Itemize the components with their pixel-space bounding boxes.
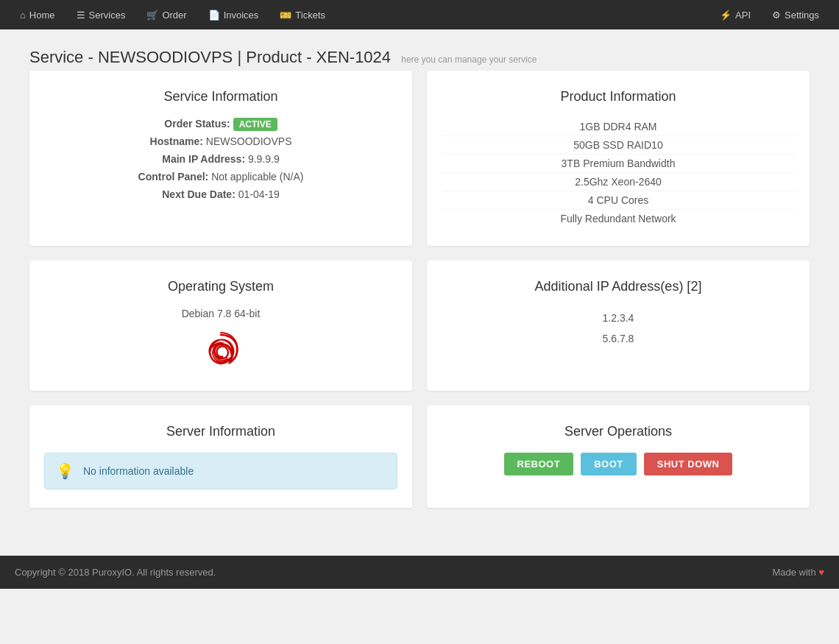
nav-invoices[interactable]: 📄 Invoices xyxy=(199,6,268,24)
next-due-value: 01-04-19 xyxy=(238,188,280,200)
order-status-label: Order Status: xyxy=(164,118,230,130)
product-list-item: 50GB SSD RAID10 xyxy=(442,136,795,155)
product-list-item: 3TB Premium Bandwidth xyxy=(442,155,795,173)
debian-logo xyxy=(44,328,397,372)
additional-ips-card: Additional IP Address(es) [2] 1.2.3.45.6… xyxy=(427,261,810,391)
page-title: Service - NEWSOODIOVPS | Product - XEN-1… xyxy=(29,48,810,67)
main-ip-row: Main IP Address: 9.9.9.9 xyxy=(44,153,397,165)
footer: Copyright © 2018 PuroxyIO. All rights re… xyxy=(0,556,839,589)
main-ip-value: 9.9.9.9 xyxy=(248,153,280,165)
navbar: ⌂ Home ☰ Services 🛒 Order 📄 Invoices 🎫 T… xyxy=(0,0,839,29)
main-ip-label: Main IP Address: xyxy=(162,153,245,165)
nav-api-label: API xyxy=(735,10,751,21)
ops-buttons: REBOOT BOOT SHUT DOWN xyxy=(442,453,795,475)
home-icon: ⌂ xyxy=(20,10,26,21)
reboot-button[interactable]: REBOOT xyxy=(504,453,574,475)
top-grid: Service Information Order Status: ACTIVE… xyxy=(29,71,810,246)
os-name: Debian 7.8 64-bit xyxy=(44,308,397,319)
hostname-row: Hostname: NEWSOODIOVPS xyxy=(44,135,397,147)
product-list: 1GB DDR4 RAM50GB SSD RAID103TB Premium B… xyxy=(442,118,795,227)
hostname-value: NEWSOODIOVPS xyxy=(206,135,292,147)
page-subtitle: here you can manage your service xyxy=(401,54,537,65)
nav-order-label: Order xyxy=(162,10,186,21)
shutdown-button[interactable]: SHUT DOWN xyxy=(644,453,733,475)
control-panel-row: Control Panel: Not applicable (N/A) xyxy=(44,171,397,183)
nav-services-label: Services xyxy=(89,10,126,21)
server-info-card: Server Information 💡 No information avai… xyxy=(29,406,412,508)
debian-swirl-icon xyxy=(199,328,243,372)
additional-ips-title: Additional IP Address(es) [2] xyxy=(442,279,795,294)
ip-list-item: 1.2.3.4 xyxy=(442,308,795,328)
product-info-title: Product Information xyxy=(442,89,795,105)
nav-api[interactable]: ⚡ API xyxy=(711,6,760,24)
heart-icon: ♥ xyxy=(818,567,824,578)
copyright-text: Copyright © 2018 PuroxyIO. All rights re… xyxy=(15,567,216,578)
ticket-icon: 🎫 xyxy=(280,10,291,21)
gear-icon: ⚙ xyxy=(772,10,781,21)
next-due-row: Next Due Date: 01-04-19 xyxy=(44,188,397,200)
order-status-badge: ACTIVE xyxy=(233,118,277,131)
page-content: Service - NEWSOODIOVPS | Product - XEN-1… xyxy=(15,29,824,541)
ip-list-item: 5.6.7.8 xyxy=(442,328,795,349)
nav-order[interactable]: 🛒 Order xyxy=(138,6,195,24)
ip-list: 1.2.3.45.6.7.8 xyxy=(442,308,795,349)
control-panel-value: Not applicable (N/A) xyxy=(211,171,303,183)
nav-services[interactable]: ☰ Services xyxy=(68,6,135,24)
nav-settings-label: Settings xyxy=(785,10,819,21)
bottom-grid: Server Information 💡 No information avai… xyxy=(29,406,810,508)
file-icon: 📄 xyxy=(208,10,220,21)
api-icon: ⚡ xyxy=(720,10,732,21)
order-status-row: Order Status: ACTIVE xyxy=(44,118,397,130)
navbar-left: ⌂ Home ☰ Services 🛒 Order 📄 Invoices 🎫 T… xyxy=(11,6,334,24)
cart-icon: 🛒 xyxy=(146,10,158,21)
middle-grid: Operating System Debian 7.8 64-bit Addit… xyxy=(29,261,810,391)
nav-tickets-label: Tickets xyxy=(295,10,325,21)
info-icon: 💡 xyxy=(56,462,74,480)
service-info-card: Service Information Order Status: ACTIVE… xyxy=(29,71,412,246)
nav-home-label: Home xyxy=(29,10,55,21)
control-panel-label: Control Panel: xyxy=(138,171,209,183)
svg-point-1 xyxy=(220,355,224,359)
product-list-item: Fully Redundant Network xyxy=(442,210,795,227)
server-info-title: Server Information xyxy=(44,424,397,439)
os-card: Operating System Debian 7.8 64-bit xyxy=(29,261,412,391)
nav-tickets[interactable]: 🎫 Tickets xyxy=(271,6,334,24)
boot-button[interactable]: BOOT xyxy=(581,453,637,475)
navbar-right: ⚡ API ⚙ Settings xyxy=(711,6,828,24)
hostname-label: Hostname: xyxy=(150,135,203,147)
product-list-item: 2.5Ghz Xeon-2640 xyxy=(442,173,795,191)
next-due-label: Next Due Date: xyxy=(162,188,236,200)
os-title: Operating System xyxy=(44,279,397,294)
nav-home[interactable]: ⌂ Home xyxy=(11,6,64,24)
server-ops-card: Server Operations REBOOT BOOT SHUT DOWN xyxy=(427,406,810,508)
product-list-item: 4 CPU Cores xyxy=(442,191,795,210)
server-icon: ☰ xyxy=(77,10,85,21)
nav-invoices-label: Invoices xyxy=(224,10,259,21)
made-with-text: Made with ♥ xyxy=(772,567,824,578)
nav-settings[interactable]: ⚙ Settings xyxy=(763,6,828,24)
server-info-alert: 💡 No information available xyxy=(44,453,397,489)
product-info-card: Product Information 1GB DDR4 RAM50GB SSD… xyxy=(427,71,810,246)
server-ops-title: Server Operations xyxy=(442,424,795,439)
server-info-message: No information available xyxy=(83,465,194,477)
service-info-title: Service Information xyxy=(44,89,397,105)
product-list-item: 1GB DDR4 RAM xyxy=(442,118,795,136)
